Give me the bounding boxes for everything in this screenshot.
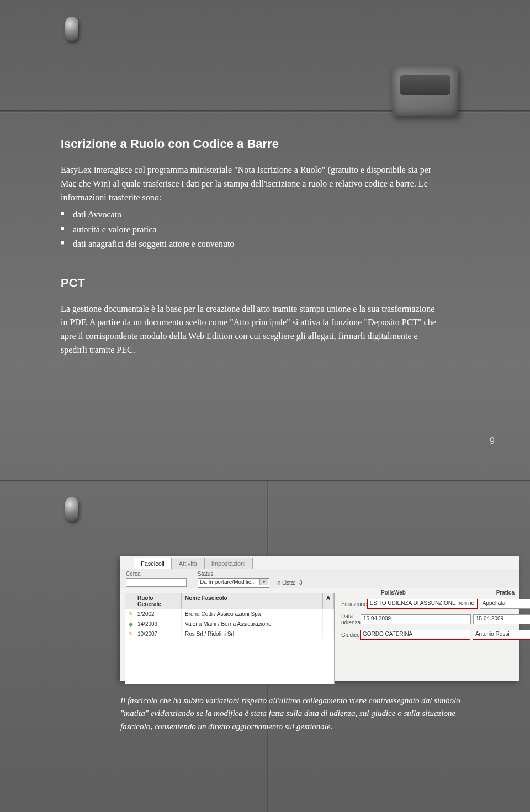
cabinet-knob [65, 497, 78, 521]
col-polisweb: PolisWeb [381, 590, 496, 596]
giudice-pratica[interactable]: Antonio Rossi [473, 630, 530, 640]
cell-nome: Bruno Cotti / Assicurazioni Spa [182, 609, 323, 619]
cell-ruolo: 10/2007 [134, 629, 182, 639]
cerca-label: Cerca [126, 571, 141, 577]
section-title: Iscrizione a Ruolo con Codice a Barre [61, 137, 469, 151]
row-situazione: Situazione ESITO UDIENZA DI ASSUNZIONE n… [341, 599, 515, 609]
list-header: Ruolo Generale Nome Fascicolo A [125, 593, 335, 609]
data-udienza-pratica[interactable]: 15.04.2009 [473, 614, 530, 624]
situazione-polisweb[interactable]: ESITO UDIENZA DI ASSUNZIONE non ric [367, 599, 478, 609]
tab-fascicoli[interactable]: Fascicoli [134, 558, 172, 569]
search-input[interactable] [126, 578, 187, 587]
giudice-polisweb[interactable]: GORDO CATERINA [360, 630, 470, 640]
row-giudice: Giudice GORDO CATERINA Antonio Rossi ✎ [341, 630, 515, 640]
polisweb-pratica-panel: PolisWeb Pratica Situazione ESITO UDIENZ… [341, 590, 515, 644]
row-data-udienza: Data udienza 15.04.2009 15.04.2009 [341, 613, 515, 625]
bullet-item: dati Avvocato [61, 208, 469, 222]
tab-bar: Fascicoli Attività Impostazioni [134, 558, 253, 569]
diamond-icon: ◆ [125, 619, 134, 629]
status-label: Status [198, 571, 213, 577]
status-dropdown[interactable]: Da Importare/Modific... [198, 578, 269, 588]
inlista-value: 3 [299, 580, 303, 586]
table-row[interactable]: ◆ 14/2009 Valeria Maini / Berna Assicura… [125, 619, 334, 629]
data-udienza-label: Data udienza [341, 613, 361, 625]
toolbar: Cerca Status Da Importare/Modific... In … [120, 569, 519, 588]
app-screenshot: Fascicoli Attività Impostazioni Cerca St… [120, 556, 519, 681]
table-row[interactable]: ✎ 2/2002 Bruno Cotti / Assicurazioni Spa [125, 609, 334, 619]
giudice-label: Giudice [341, 632, 360, 638]
section-paragraph: La gestione documentale è la base per la… [61, 302, 436, 357]
tab-impostazioni[interactable]: Impostazioni [204, 558, 253, 569]
bullet-item: dati anagrafici dei soggetti attore e co… [61, 237, 469, 251]
cell-nome: Ros Srl / Ridolini Srl [182, 629, 323, 639]
tab-attivita[interactable]: Attività [172, 558, 204, 569]
fascicoli-list: Ruolo Generale Nome Fascicolo A ✎ 2/2002… [125, 593, 335, 684]
pencil-icon: ✎ [125, 629, 134, 639]
col-nome-fascicolo[interactable]: Nome Fascicolo [182, 593, 323, 609]
page-number: 9 [490, 436, 495, 446]
cell-ruolo: 14/2009 [134, 619, 182, 629]
inlista-label: In Lista: [276, 580, 295, 586]
cell-nome: Valeria Maini / Berna Assicurazione [182, 619, 323, 629]
bullet-item: autorità e valore pratica [61, 222, 469, 237]
cabinet-seam [0, 480, 530, 482]
right-header: PolisWeb Pratica [341, 590, 515, 596]
list-body[interactable]: ✎ 2/2002 Bruno Cotti / Assicurazioni Spa… [125, 609, 335, 684]
situazione-pratica[interactable]: Appellata [480, 599, 530, 609]
pencil-icon: ✎ [125, 609, 134, 619]
col-ruolo-generale[interactable]: Ruolo Generale [134, 593, 182, 609]
section-title: PCT [61, 276, 469, 290]
page-content: Iscrizione a Ruolo con Codice a Barre Ea… [0, 0, 530, 357]
col-a[interactable]: A [323, 593, 334, 609]
data-udienza-polisweb[interactable]: 15.04.2009 [361, 614, 471, 624]
bullet-list: dati Avvocato autorità e valore pratica … [61, 208, 469, 251]
cell-ruolo: 2/2002 [134, 609, 182, 619]
table-row[interactable]: ✎ 10/2007 Ros Srl / Ridolini Srl [125, 629, 334, 639]
col-pratica: Pratica [496, 590, 515, 596]
screenshot-caption: Il fascicolo che ha subito variazioni ri… [120, 694, 464, 733]
section-paragraph: EasyLex interagisce col programma minist… [61, 163, 436, 204]
situazione-label: Situazione [341, 601, 367, 607]
